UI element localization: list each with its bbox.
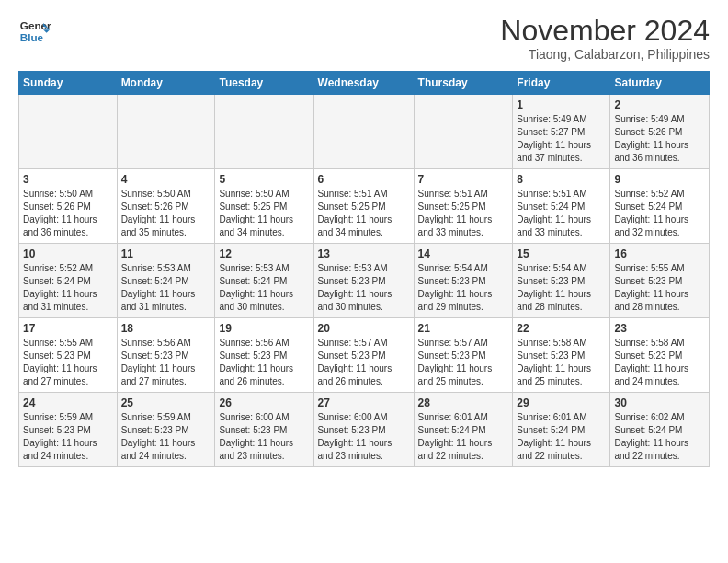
calendar-cell: 20Sunrise: 5:57 AM Sunset: 5:23 PM Dayli… [313, 318, 414, 393]
page: General Blue November 2024 Tiaong, Calab… [0, 0, 728, 482]
day-info: Sunrise: 6:01 AM Sunset: 5:24 PM Dayligh… [517, 411, 606, 463]
day-number: 10 [23, 247, 113, 260]
day-number: 5 [219, 173, 309, 186]
day-info: Sunrise: 5:59 AM Sunset: 5:23 PM Dayligh… [121, 411, 211, 463]
calendar-cell: 23Sunrise: 5:58 AM Sunset: 5:23 PM Dayli… [610, 318, 710, 393]
day-info: Sunrise: 5:54 AM Sunset: 5:23 PM Dayligh… [517, 262, 606, 314]
calendar-cell: 27Sunrise: 6:00 AM Sunset: 5:23 PM Dayli… [313, 393, 414, 467]
calendar-cell: 13Sunrise: 5:53 AM Sunset: 5:23 PM Dayli… [313, 244, 414, 318]
logo: General Blue [18, 15, 51, 48]
calendar-cell: 16Sunrise: 5:55 AM Sunset: 5:23 PM Dayli… [610, 244, 710, 318]
calendar-cell: 8Sunrise: 5:51 AM Sunset: 5:24 PM Daylig… [513, 169, 610, 244]
calendar-cell: 18Sunrise: 5:56 AM Sunset: 5:23 PM Dayli… [117, 318, 215, 393]
calendar-table: SundayMondayTuesdayWednesdayThursdayFrid… [18, 71, 710, 467]
day-info: Sunrise: 5:59 AM Sunset: 5:23 PM Dayligh… [23, 411, 113, 463]
calendar-week-5: 24Sunrise: 5:59 AM Sunset: 5:23 PM Dayli… [19, 393, 710, 467]
weekday-header-sunday: Sunday [19, 72, 118, 95]
day-info: Sunrise: 5:52 AM Sunset: 5:24 PM Dayligh… [23, 262, 113, 314]
day-number: 9 [614, 173, 705, 186]
logo-icon: General Blue [18, 15, 51, 48]
day-number: 18 [121, 322, 211, 335]
day-number: 28 [418, 396, 509, 409]
calendar-cell: 6Sunrise: 5:51 AM Sunset: 5:25 PM Daylig… [313, 169, 414, 244]
svg-text:Blue: Blue [20, 31, 44, 43]
day-number: 17 [23, 322, 113, 335]
day-number: 15 [517, 247, 606, 260]
day-number: 26 [219, 396, 309, 409]
day-info: Sunrise: 5:51 AM Sunset: 5:24 PM Dayligh… [517, 188, 606, 239]
day-number: 11 [121, 247, 211, 260]
calendar-cell: 9Sunrise: 5:52 AM Sunset: 5:24 PM Daylig… [610, 169, 710, 244]
weekday-header-tuesday: Tuesday [215, 72, 313, 95]
day-info: Sunrise: 5:49 AM Sunset: 5:26 PM Dayligh… [614, 113, 705, 165]
day-info: Sunrise: 5:56 AM Sunset: 5:23 PM Dayligh… [219, 337, 309, 388]
weekday-header-friday: Friday [513, 72, 610, 95]
day-info: Sunrise: 5:52 AM Sunset: 5:24 PM Dayligh… [614, 188, 705, 239]
day-info: Sunrise: 5:55 AM Sunset: 5:23 PM Dayligh… [614, 262, 705, 314]
day-info: Sunrise: 6:00 AM Sunset: 5:23 PM Dayligh… [219, 411, 309, 463]
day-info: Sunrise: 5:49 AM Sunset: 5:27 PM Dayligh… [517, 113, 606, 165]
day-info: Sunrise: 5:53 AM Sunset: 5:24 PM Dayligh… [219, 262, 309, 314]
calendar-week-3: 10Sunrise: 5:52 AM Sunset: 5:24 PM Dayli… [19, 244, 710, 318]
day-number: 24 [23, 396, 113, 409]
day-info: Sunrise: 5:50 AM Sunset: 5:25 PM Dayligh… [219, 188, 309, 239]
day-info: Sunrise: 5:51 AM Sunset: 5:25 PM Dayligh… [418, 188, 509, 239]
calendar-cell: 12Sunrise: 5:53 AM Sunset: 5:24 PM Dayli… [215, 244, 313, 318]
calendar-cell: 5Sunrise: 5:50 AM Sunset: 5:25 PM Daylig… [215, 169, 313, 244]
calendar-cell: 30Sunrise: 6:02 AM Sunset: 5:24 PM Dayli… [610, 393, 710, 467]
calendar-cell: 15Sunrise: 5:54 AM Sunset: 5:23 PM Dayli… [513, 244, 610, 318]
day-number: 19 [219, 322, 309, 335]
calendar-cell: 14Sunrise: 5:54 AM Sunset: 5:23 PM Dayli… [414, 244, 513, 318]
day-number: 4 [121, 173, 211, 186]
calendar-cell: 10Sunrise: 5:52 AM Sunset: 5:24 PM Dayli… [19, 244, 118, 318]
calendar-cell: 2Sunrise: 5:49 AM Sunset: 5:26 PM Daylig… [610, 95, 710, 169]
calendar-header: SundayMondayTuesdayWednesdayThursdayFrid… [19, 72, 710, 95]
day-info: Sunrise: 5:56 AM Sunset: 5:23 PM Dayligh… [121, 337, 211, 388]
calendar-cell: 3Sunrise: 5:50 AM Sunset: 5:26 PM Daylig… [19, 169, 118, 244]
weekday-header-wednesday: Wednesday [313, 72, 414, 95]
day-info: Sunrise: 5:50 AM Sunset: 5:26 PM Dayligh… [23, 188, 113, 239]
location-title: Tiaong, Calabarzon, Philippines [500, 47, 710, 62]
day-number: 27 [318, 396, 410, 409]
day-info: Sunrise: 5:50 AM Sunset: 5:26 PM Dayligh… [121, 188, 211, 239]
day-number: 14 [418, 247, 509, 260]
weekday-header-saturday: Saturday [610, 72, 710, 95]
calendar-cell: 24Sunrise: 5:59 AM Sunset: 5:23 PM Dayli… [19, 393, 118, 467]
day-number: 2 [614, 98, 705, 111]
calendar-cell: 1Sunrise: 5:49 AM Sunset: 5:27 PM Daylig… [513, 95, 610, 169]
day-number: 13 [318, 247, 410, 260]
calendar-cell [215, 95, 313, 169]
calendar-cell: 7Sunrise: 5:51 AM Sunset: 5:25 PM Daylig… [414, 169, 513, 244]
calendar-cell: 26Sunrise: 6:00 AM Sunset: 5:23 PM Dayli… [215, 393, 313, 467]
day-number: 25 [121, 396, 211, 409]
day-number: 3 [23, 173, 113, 186]
calendar-cell: 21Sunrise: 5:57 AM Sunset: 5:23 PM Dayli… [414, 318, 513, 393]
day-info: Sunrise: 6:02 AM Sunset: 5:24 PM Dayligh… [614, 411, 705, 463]
day-number: 30 [614, 396, 705, 409]
calendar-cell: 17Sunrise: 5:55 AM Sunset: 5:23 PM Dayli… [19, 318, 118, 393]
day-info: Sunrise: 5:58 AM Sunset: 5:23 PM Dayligh… [517, 337, 606, 388]
weekday-row: SundayMondayTuesdayWednesdayThursdayFrid… [19, 72, 710, 95]
day-info: Sunrise: 5:57 AM Sunset: 5:23 PM Dayligh… [418, 337, 509, 388]
day-info: Sunrise: 5:54 AM Sunset: 5:23 PM Dayligh… [418, 262, 509, 314]
calendar-week-4: 17Sunrise: 5:55 AM Sunset: 5:23 PM Dayli… [19, 318, 710, 393]
day-number: 20 [318, 322, 410, 335]
day-number: 6 [318, 173, 410, 186]
calendar-cell: 19Sunrise: 5:56 AM Sunset: 5:23 PM Dayli… [215, 318, 313, 393]
calendar-cell: 4Sunrise: 5:50 AM Sunset: 5:26 PM Daylig… [117, 169, 215, 244]
day-info: Sunrise: 5:57 AM Sunset: 5:23 PM Dayligh… [318, 337, 410, 388]
day-number: 29 [517, 396, 606, 409]
day-number: 23 [614, 322, 705, 335]
calendar-cell [313, 95, 414, 169]
day-info: Sunrise: 5:51 AM Sunset: 5:25 PM Dayligh… [318, 188, 410, 239]
day-number: 16 [614, 247, 705, 260]
day-number: 7 [418, 173, 509, 186]
header: General Blue November 2024 Tiaong, Calab… [18, 15, 710, 62]
day-number: 22 [517, 322, 606, 335]
day-info: Sunrise: 5:53 AM Sunset: 5:23 PM Dayligh… [318, 262, 410, 314]
calendar-cell: 22Sunrise: 5:58 AM Sunset: 5:23 PM Dayli… [513, 318, 610, 393]
day-number: 1 [517, 98, 606, 111]
calendar-cell: 25Sunrise: 5:59 AM Sunset: 5:23 PM Dayli… [117, 393, 215, 467]
day-info: Sunrise: 6:01 AM Sunset: 5:24 PM Dayligh… [418, 411, 509, 463]
calendar-week-2: 3Sunrise: 5:50 AM Sunset: 5:26 PM Daylig… [19, 169, 710, 244]
